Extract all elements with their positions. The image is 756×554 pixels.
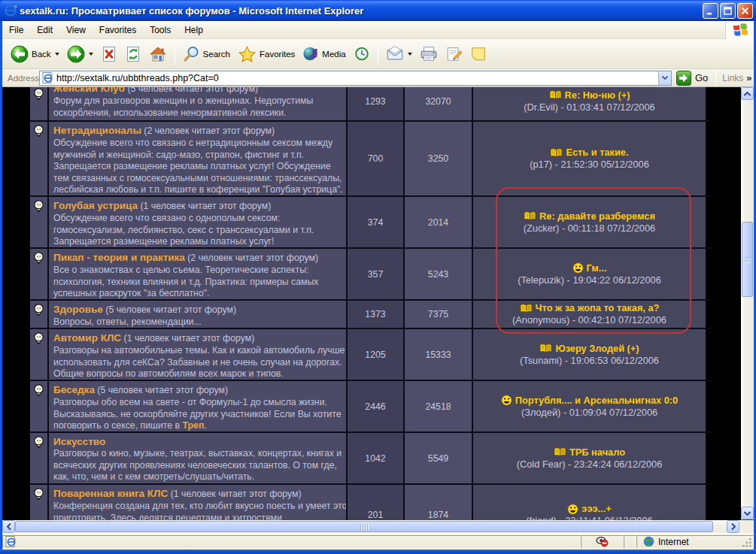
stop-button[interactable]	[97, 41, 121, 67]
address-input[interactable]: http://sextalk.ru/ubbthreads.php?Cat=0	[39, 71, 672, 86]
forum-title-link[interactable]: Пикап - теория и практика	[53, 252, 185, 263]
media-button[interactable]: Media	[299, 41, 349, 67]
go-icon	[676, 71, 691, 86]
forward-button[interactable]	[63, 41, 97, 67]
last-post-link[interactable]: Есть и такие.	[566, 147, 628, 159]
vertical-scroll-thumb[interactable]	[742, 222, 753, 297]
forum-posts-cell: 3250	[405, 122, 473, 195]
resize-grip[interactable]	[742, 537, 752, 548]
print-icon	[420, 45, 438, 62]
menu-bar: File Edit View Favorites Tools Help	[2, 21, 754, 39]
forum-row: Здоровье (5 человек читает этот форум)Во…	[30, 301, 712, 329]
scroll-right-button[interactable]	[727, 520, 739, 533]
vertical-scrollbar[interactable]	[741, 87, 754, 519]
lightbulb-icon	[33, 332, 44, 346]
forum-title-link[interactable]: Беседка	[53, 384, 95, 395]
search-button[interactable]: Search	[179, 41, 234, 67]
last-post-link[interactable]: Что ж за жопа то такая, а?	[536, 302, 660, 314]
privacy-report-icon[interactable]	[596, 536, 609, 547]
menu-help[interactable]: Help	[178, 22, 210, 38]
topics-count: 357	[368, 269, 384, 280]
media-label: Media	[322, 50, 345, 59]
links-label[interactable]: Links	[722, 73, 743, 83]
minimize-button[interactable]	[703, 3, 718, 19]
back-dropdown-icon[interactable]	[55, 53, 59, 56]
menu-favorites[interactable]: Favorites	[93, 22, 143, 38]
go-button[interactable]: Go	[676, 71, 712, 86]
book-icon	[524, 211, 536, 221]
discuss-button[interactable]	[466, 41, 490, 67]
edit-button[interactable]	[442, 41, 466, 67]
home-icon	[149, 45, 167, 63]
forum-description-text: Разговоры о кино, музыке, театрах, выста…	[53, 448, 346, 483]
forum-title-link[interactable]: Нетрадиционалы	[53, 125, 141, 136]
back-label: Back	[32, 50, 51, 59]
address-url[interactable]: http://sextalk.ru/ubbthreads.php?Cat=0	[56, 73, 658, 83]
back-button[interactable]: Back	[7, 41, 63, 67]
close-button[interactable]	[737, 3, 753, 19]
mail-dropdown-icon[interactable]	[408, 53, 412, 56]
history-icon	[354, 45, 370, 62]
refresh-button[interactable]	[121, 41, 145, 67]
last-post-link[interactable]: Re: давайте разберемся	[539, 210, 655, 223]
scroll-left-button[interactable]	[2, 520, 15, 533]
links-chevron-icon[interactable]: »	[746, 72, 751, 83]
forum-description-cell: Нетрадиционалы (2 человек читает этот фо…	[49, 122, 348, 195]
menu-view[interactable]: View	[59, 22, 93, 38]
posts-count: 24518	[425, 401, 451, 412]
last-post-meta: (Telepuzik) - 19:04:22 06/12/2006	[518, 274, 661, 286]
forum-readers-count: (1 человек читает этот форум)	[168, 489, 301, 499]
last-post-link[interactable]: Портубля.... и Арсенальчигнах 0:0	[515, 395, 678, 407]
menu-edit[interactable]: Edit	[30, 22, 59, 38]
forum-description-text: Обсуждение всего что связано с однополым…	[53, 213, 346, 247]
forum-title-link[interactable]: Здоровье	[53, 304, 103, 315]
forum-icon-cell	[30, 197, 49, 247]
favorites-button[interactable]: Favorites	[234, 41, 299, 67]
forward-dropdown-icon[interactable]	[89, 53, 93, 56]
home-button[interactable]	[145, 41, 171, 67]
forum-readers-count: (5 человек читает этот форум)	[103, 304, 236, 315]
address-dropdown-button[interactable]	[658, 71, 671, 85]
search-icon	[183, 45, 200, 63]
last-post-link[interactable]: Гм...	[587, 262, 607, 274]
topics-count: 700	[368, 153, 384, 164]
forum-description-link[interactable]: Треп	[183, 420, 205, 431]
mail-button[interactable]	[382, 41, 416, 67]
menu-tools[interactable]: Tools	[143, 22, 178, 38]
forum-title-link[interactable]: Женский Клуб	[53, 87, 125, 94]
forum-readers-count: (5 человек читает этот форум)	[125, 87, 258, 94]
forum-description-text: Форум для разговоров женщин и о женщинах…	[53, 95, 346, 119]
edit-icon	[445, 45, 463, 62]
scroll-up-button[interactable]	[741, 87, 754, 100]
forum-description-cell: Голубая устрица (1 человек читает этот ф…	[49, 197, 348, 247]
last-post-link[interactable]: эээ...+	[581, 503, 611, 515]
window-bottom-border	[0, 549, 756, 554]
last-post-link[interactable]: ТРБ начало	[569, 447, 625, 459]
favorites-label: Favorites	[260, 50, 295, 59]
scroll-down-button[interactable]	[741, 507, 754, 519]
history-button[interactable]	[350, 41, 374, 67]
maximize-button[interactable]	[720, 3, 736, 19]
status-bar: Internet	[2, 533, 754, 549]
forum-icon-cell	[30, 87, 49, 120]
forum-row: Нетрадиционалы (2 человек читает этот фо…	[30, 122, 712, 197]
forum-title-link[interactable]: Искусство	[53, 436, 105, 447]
lightbulb-icon	[33, 88, 44, 101]
forum-title-link[interactable]: Автомир КЛС	[53, 332, 121, 344]
horizontal-scroll-thumb[interactable]	[15, 521, 713, 532]
print-button[interactable]	[416, 41, 442, 67]
last-post-link[interactable]: Юзеру Злодей (+)	[555, 343, 639, 355]
forum-title-link[interactable]: Поваренная книга КЛС	[53, 488, 168, 499]
forum-row: Женский Клуб (5 человек читает этот фору…	[30, 87, 712, 122]
forum-icon-cell	[30, 329, 49, 380]
last-post-link[interactable]: Re: Ню-ню (+)	[565, 89, 630, 101]
toolbar: Back	[2, 39, 754, 69]
forum-title-link[interactable]: Голубая устрица	[53, 200, 138, 211]
horizontal-scrollbar[interactable]	[2, 520, 754, 533]
last-post-meta: (Dr.Evil) - 01:03:41 07/12/2006	[524, 101, 654, 114]
address-bar: Address http://sextalk.ru/ubbthreads.php…	[2, 69, 754, 87]
forum-lastpost-cell: Портубля.... и Арсенальчигнах 0:0(Злодей…	[473, 381, 706, 431]
address-label: Address	[2, 74, 39, 83]
forum-posts-cell: 7375	[405, 301, 473, 328]
menu-file[interactable]: File	[2, 22, 30, 38]
